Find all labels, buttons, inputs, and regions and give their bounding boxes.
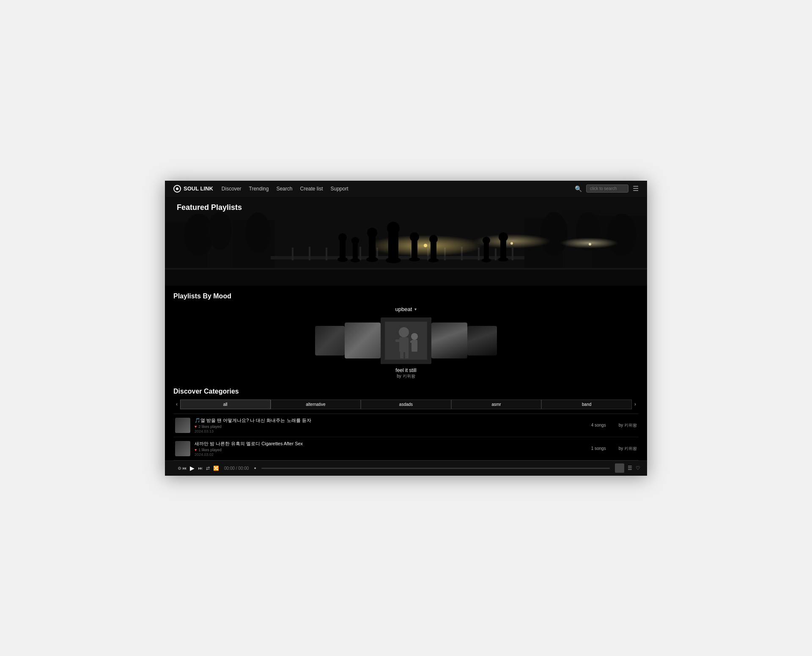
chevron-down-icon: ▾: [414, 307, 417, 311]
cat-next-arrow[interactable]: ›: [632, 401, 639, 407]
playlist-date-1: 2024.03.13: [195, 429, 579, 433]
cat-tab-alternative[interactable]: alternative: [271, 400, 361, 409]
volume-icon: ●: [254, 466, 256, 470]
playlist-author-1: by 키위왕: [619, 422, 637, 428]
svg-rect-44: [388, 231, 398, 261]
carousel-item-far-right[interactable]: [467, 326, 497, 356]
cat-tab-asdads[interactable]: asdads: [361, 400, 451, 409]
svg-point-42: [367, 228, 377, 238]
playlist-list: 🎵열 받을 땐 어떻게나요? 나 대신 화내주는 노래를 듣자 ♥ 2 like…: [173, 413, 639, 460]
mood-dropdown[interactable]: upbeat ▾: [395, 306, 417, 312]
repeat-button[interactable]: ⇄: [206, 466, 210, 471]
search-input[interactable]: [586, 185, 628, 193]
playlist-thumb-2: [175, 441, 190, 456]
playlist-likes-2: 1 likes played: [198, 448, 222, 452]
song-by: by 키위왕: [395, 373, 416, 379]
logo: SOUL LINK: [173, 185, 213, 193]
playlist-songs-2: 1 songs: [591, 446, 606, 451]
mini-album-thumb: [615, 463, 624, 473]
cat-tab-band[interactable]: band: [541, 400, 632, 409]
svg-rect-67: [405, 351, 409, 358]
search-icon[interactable]: 🔍: [575, 185, 582, 192]
settings-icon[interactable]: ⚙: [178, 466, 181, 471]
carousel-item-right[interactable]: [431, 322, 467, 358]
featured-playlists-title: Featured Playlists: [177, 203, 242, 212]
queue-list-icon[interactable]: ☰: [628, 465, 632, 471]
playlist-meta-2: ♥ 1 likes played: [195, 448, 579, 452]
svg-rect-47: [411, 239, 417, 260]
playlist-thumb-1: [175, 418, 190, 433]
cat-prev-arrow[interactable]: ‹: [173, 401, 180, 407]
carousel-item-far-left[interactable]: [315, 326, 345, 356]
shuffle-button[interactable]: 🔀: [213, 466, 219, 471]
svg-point-36: [338, 233, 347, 242]
svg-point-45: [387, 222, 400, 234]
carousel-label: feel it still by 키위왕: [395, 367, 416, 379]
nav-links: Discover Trending Search Create list Sup…: [222, 186, 566, 192]
player-right: ☰ ♡: [615, 463, 640, 473]
playlist-songs-1: 4 songs: [591, 423, 606, 427]
song-title: feel it still: [395, 367, 416, 373]
nav-search[interactable]: Search: [276, 186, 292, 192]
playlist-item: 새까만 밤 나른한 유혹의 멜로디 Cigarettes After Sex ♥…: [173, 437, 639, 460]
svg-rect-66: [400, 352, 403, 358]
navbar: SOUL LINK Discover Trending Search Creat…: [165, 181, 647, 197]
playlist-name-1: 🎵열 받을 땐 어떻게나요? 나 대신 화내주는 노래를 듣자: [195, 417, 579, 424]
svg-point-62: [399, 327, 409, 337]
logo-icon: [173, 185, 181, 193]
discover-section: Discover Categories ‹ all alternative as…: [165, 383, 647, 460]
nav-create-list[interactable]: Create list: [300, 186, 323, 192]
nav-trending[interactable]: Trending: [249, 186, 269, 192]
nav-discover[interactable]: Discover: [222, 186, 241, 192]
player-bar: ⚙ ⏮ ▶ ⏭ ⇄ 🔀 00:00 / 00:00 ● ☰ ♡: [165, 460, 647, 476]
svg-rect-69: [411, 340, 417, 352]
player-controls: ⏮ ▶ ⏭ ⇄ 🔀: [182, 465, 219, 471]
time-display: 00:00 / 00:00: [224, 466, 249, 471]
mood-section: Playlists By Mood upbeat ▾: [165, 286, 647, 383]
carousel-item-center[interactable]: [381, 317, 431, 364]
mood-selector: upbeat ▾: [173, 306, 639, 379]
playlist-meta-1: ♥ 2 likes played: [195, 424, 579, 429]
cat-tabs-inner: all alternative asdads asmr band: [180, 400, 632, 409]
svg-rect-41: [369, 235, 376, 260]
hamburger-icon[interactable]: ☰: [633, 185, 639, 193]
svg-rect-38: [353, 243, 358, 261]
cat-tab-asmr[interactable]: asmr: [451, 400, 542, 409]
svg-point-54: [483, 237, 490, 244]
nav-support[interactable]: Support: [331, 186, 348, 192]
carousel-item-left[interactable]: [345, 322, 381, 358]
playlist-author-2: by 키위왕: [619, 446, 637, 452]
svg-point-39: [351, 237, 359, 245]
svg-rect-35: [340, 239, 346, 260]
app-name: SOUL LINK: [184, 185, 213, 192]
category-tabs: ‹ all alternative asdads asmr band ›: [173, 400, 639, 409]
svg-rect-59: [165, 268, 647, 270]
discover-title: Discover Categories: [173, 388, 639, 395]
svg-rect-50: [431, 241, 436, 261]
svg-rect-58: [165, 269, 647, 286]
svg-point-48: [410, 232, 419, 242]
prev-track-button[interactable]: ⏮: [182, 466, 187, 471]
playlist-item: 🎵열 받을 땐 어떻게나요? 나 대신 화내주는 노래를 듣자 ♥ 2 like…: [173, 414, 639, 437]
mood-selected-label: upbeat: [395, 306, 412, 312]
next-track-button[interactable]: ⏭: [198, 466, 203, 471]
svg-point-57: [499, 232, 508, 242]
svg-point-51: [429, 235, 438, 243]
svg-point-68: [411, 333, 418, 340]
favorite-icon[interactable]: ♡: [636, 465, 640, 471]
svg-rect-56: [500, 239, 506, 260]
progress-bar[interactable]: [261, 468, 610, 469]
playlist-info-2: 새까만 밤 나른한 유혹의 멜로디 Cigarettes After Sex ♥…: [195, 441, 579, 457]
nav-right: 🔍 ☰: [575, 185, 639, 193]
play-button[interactable]: ▶: [190, 465, 195, 471]
playlist-date-2: 2024.03.02: [195, 452, 579, 457]
hero-section: Featured Playlists: [165, 197, 647, 286]
playlist-likes-1: 2 likes played: [198, 424, 222, 429]
heart-icon-1: ♥: [195, 424, 197, 429]
cat-tab-all[interactable]: all: [180, 400, 271, 409]
center-art-svg: [381, 317, 431, 364]
svg-rect-64: [395, 339, 402, 342]
app-container: SOUL LINK Discover Trending Search Creat…: [165, 181, 647, 476]
playlist-name-2: 새까만 밤 나른한 유혹의 멜로디 Cigarettes After Sex: [195, 441, 579, 447]
logo-inner: [176, 187, 178, 190]
